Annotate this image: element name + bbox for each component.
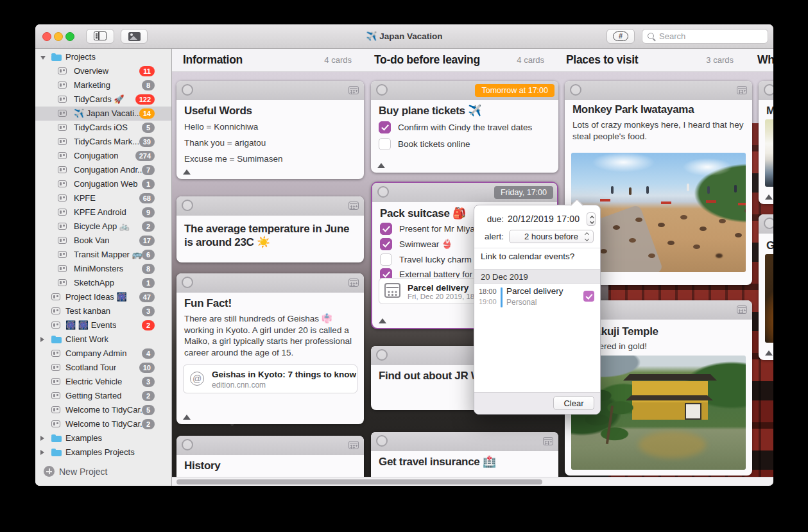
count-badge: 2 bbox=[142, 320, 155, 330]
card-travel-insurance[interactable]: Get travel insurance 🏥 bbox=[371, 432, 558, 478]
checkbox-checked[interactable] bbox=[380, 238, 392, 250]
app-window: ✈️ Japan Vacation # Projects Overview11 … bbox=[35, 24, 773, 486]
calendar-icon[interactable] bbox=[348, 441, 359, 449]
clear-button[interactable]: Clear bbox=[553, 396, 594, 410]
sidebar-item-tidycards-marketing[interactable]: TidyCards Mark...39 bbox=[35, 135, 171, 149]
sidebar-item-test-kanban[interactable]: Test kanban3 bbox=[35, 304, 171, 318]
event-linked-checkbox[interactable] bbox=[583, 291, 594, 302]
disclosure-closed-icon[interactable] bbox=[40, 450, 44, 455]
checkbox-unchecked[interactable] bbox=[380, 253, 392, 266]
sidebar-item-welcome-2[interactable]: Welcome to TidyCar...2 bbox=[35, 417, 171, 431]
disclosure-closed-icon[interactable] bbox=[40, 337, 44, 342]
calendar-icon[interactable] bbox=[543, 437, 553, 445]
card-buy-plane-tickets[interactable]: Tomorrow at 17:00 Buy plane tickets ✈️ C… bbox=[371, 81, 558, 173]
complete-circle-icon[interactable] bbox=[376, 84, 388, 96]
sidebar-item-project-ideas[interactable]: Project Ideas 🎆47 bbox=[35, 290, 171, 304]
count-badge: 1 bbox=[142, 278, 155, 288]
complete-circle-icon[interactable] bbox=[182, 439, 193, 450]
checkbox-checked[interactable] bbox=[379, 121, 391, 133]
search-field[interactable] bbox=[642, 29, 768, 44]
date-stepper[interactable] bbox=[587, 212, 596, 226]
checkbox-unchecked[interactable] bbox=[379, 138, 391, 150]
sidebar-item-events[interactable]: 🎆 🎆 Events2 bbox=[35, 318, 171, 332]
card-useful-words[interactable]: Useful Words Hello = Konnichiwa Thank yo… bbox=[176, 81, 364, 179]
card-partial-ma[interactable]: Ma bbox=[759, 81, 773, 204]
disclosure-open-icon[interactable] bbox=[40, 56, 46, 60]
card-temperature[interactable]: The average temperature in June is aroun… bbox=[176, 196, 364, 262]
collapse-card-arrow[interactable] bbox=[765, 350, 773, 356]
sidebar-item-conjugation-web[interactable]: Conjugation Web1 bbox=[35, 177, 171, 191]
sidebar-item-tidycards[interactable]: TidyCards 🚀122 bbox=[35, 92, 171, 107]
collapse-card-arrow[interactable] bbox=[377, 163, 385, 168]
sidebar-item-book-van[interactable]: Book Van17 bbox=[35, 234, 171, 248]
card-history[interactable]: History bbox=[176, 436, 364, 478]
sidebar-item-bicycle-app[interactable]: Bicycle App 🚲2 bbox=[35, 219, 171, 234]
sidebar-item-japan-vacation[interactable]: ✈️ Japan Vacati...14 bbox=[35, 107, 171, 121]
disclosure-closed-icon[interactable] bbox=[40, 436, 44, 441]
calendar-event-row[interactable]: 18:00 19:00 Parcel delivery Personal bbox=[474, 286, 600, 310]
sidebar-item-overview[interactable]: Overview11 bbox=[35, 64, 171, 78]
complete-circle-icon[interactable] bbox=[376, 435, 388, 447]
matcha-photo[interactable] bbox=[765, 119, 773, 187]
board-icon bbox=[58, 67, 67, 74]
event-start-time: 18:00 bbox=[479, 287, 497, 295]
sidebar-folder-client-work[interactable]: Client Work bbox=[35, 332, 171, 347]
sidebar-item-kpfe-android[interactable]: KPFE Android9 bbox=[35, 205, 171, 219]
calendar-icon[interactable] bbox=[737, 86, 747, 94]
sidebar-item-tidycards-ios[interactable]: TidyCards iOS5 bbox=[35, 121, 171, 135]
sidebar-item-electric-vehicle[interactable]: Electric Vehicle3 bbox=[35, 375, 171, 389]
complete-circle-icon[interactable] bbox=[182, 84, 193, 96]
complete-circle-icon[interactable] bbox=[764, 84, 773, 96]
sidebar-item-welcome-1[interactable]: Welcome to TidyCar...5 bbox=[35, 403, 171, 417]
sidebar-item-conjugation-android[interactable]: Conjugation Andr...7 bbox=[35, 163, 171, 177]
calendar-icon[interactable] bbox=[348, 202, 359, 210]
card-text-line: Excuse me = Sumimasen bbox=[184, 154, 357, 164]
card-partial-gr[interactable]: Gr bbox=[759, 214, 773, 360]
sidebar-item-sketchapp[interactable]: SketchApp1 bbox=[35, 276, 171, 290]
alert-select[interactable]: 2 hours before bbox=[509, 230, 594, 243]
calendar-icon[interactable] bbox=[348, 279, 359, 287]
complete-circle-icon[interactable] bbox=[570, 84, 581, 96]
sidebar-item-getting-started[interactable]: Getting Started2 bbox=[35, 389, 171, 403]
new-project-button[interactable]: New Project bbox=[35, 465, 171, 480]
sidebar-item-conjugation[interactable]: Conjugation274 bbox=[35, 149, 171, 163]
sidebar-item-minimonsters[interactable]: MiniMonsters8 bbox=[35, 262, 171, 276]
search-input[interactable] bbox=[642, 29, 768, 44]
sidebar-item-company-admin[interactable]: Company Admin4 bbox=[35, 347, 171, 361]
screenshot-canvas: ✈️ Japan Vacation # Projects Overview11 … bbox=[0, 0, 808, 532]
complete-circle-icon[interactable] bbox=[182, 277, 193, 288]
sidebar-item-marketing[interactable]: Marketing8 bbox=[35, 78, 171, 92]
collapse-card-arrow[interactable] bbox=[183, 415, 191, 420]
sidebar-item-kpfe[interactable]: KPFE68 bbox=[35, 191, 171, 205]
complete-circle-icon[interactable] bbox=[377, 186, 389, 198]
sidebar-folder-examples-projects[interactable]: Examples Projects bbox=[35, 445, 171, 459]
sidebar-item-transit-mapper[interactable]: Transit Mapper 🚌6 bbox=[35, 248, 171, 262]
board-icon bbox=[51, 322, 60, 329]
complete-circle-icon[interactable] bbox=[764, 218, 773, 229]
board-icon bbox=[51, 307, 60, 314]
due-badge[interactable]: Tomorrow at 17:00 bbox=[475, 84, 554, 97]
complete-circle-icon[interactable] bbox=[182, 200, 193, 211]
link-attachment[interactable]: @ Geishas in Kyoto: 7 things to know edi… bbox=[183, 365, 357, 393]
board-content: Information 4 cards To-do before leaving… bbox=[172, 49, 773, 486]
due-badge[interactable]: Friday, 17:00 bbox=[494, 186, 553, 199]
complete-circle-icon[interactable] bbox=[376, 349, 388, 361]
calendar-icon[interactable] bbox=[348, 86, 359, 94]
food-photo[interactable] bbox=[765, 254, 773, 343]
due-value[interactable]: 20/12/2019 17:00 bbox=[508, 214, 580, 224]
count-badge: 11 bbox=[139, 66, 155, 76]
tags-button[interactable]: # bbox=[606, 29, 635, 44]
calendar-icon[interactable] bbox=[737, 305, 747, 314]
count-badge: 2 bbox=[142, 221, 155, 232]
horizontal-scrollbar[interactable] bbox=[172, 477, 773, 486]
checkbox-checked[interactable] bbox=[380, 223, 392, 235]
collapse-card-arrow[interactable] bbox=[183, 169, 191, 175]
sidebar-folder-projects[interactable]: Projects bbox=[35, 50, 171, 64]
sidebar-item-scotland-tour[interactable]: Scotland Tour10 bbox=[35, 361, 171, 375]
collapse-card-arrow[interactable] bbox=[765, 194, 773, 200]
collapse-card-arrow[interactable] bbox=[379, 318, 386, 323]
count-badge: 122 bbox=[135, 94, 155, 105]
sidebar-folder-examples[interactable]: Examples bbox=[35, 431, 171, 445]
scrollbar-thumb[interactable] bbox=[176, 479, 542, 485]
card-fun-fact[interactable]: Fun Fact! There are still hundreds of Ge… bbox=[176, 273, 364, 424]
